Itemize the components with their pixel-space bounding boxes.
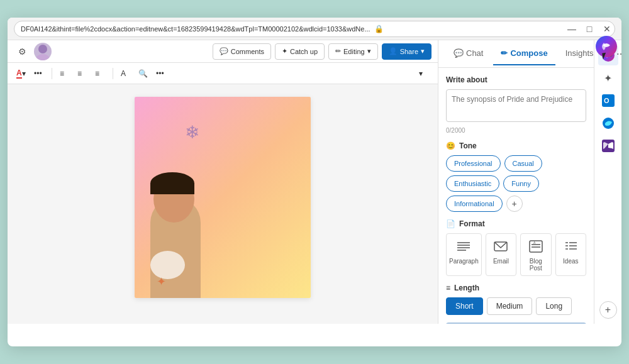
snowflake-decoration: ❄ [185,122,199,143]
tone-chips: Professional Casual Enthusiastic Funny I… [446,155,586,212]
document-page: ❄ ✦ [135,97,311,298]
char-count: 0/2000 [446,127,586,134]
format-label: 📄 Format [446,219,586,228]
tab-chat[interactable]: 💬 Chat [446,43,491,65]
chat-icon: 💬 [454,48,464,58]
blog-label: Blog Post [523,258,548,272]
avatar [34,43,52,60]
format-title: Format [459,219,485,228]
catchup-button[interactable]: ✦ Catch up [275,43,325,60]
close-button[interactable]: ✕ [600,22,614,36]
more-options-button[interactable]: ••• [153,66,169,81]
tone-add[interactable]: + [506,196,523,212]
length-icon: ≡ [446,284,450,292]
word-format-bar: A▾ ••• ≡ ≡ ≡ A 🔍 ••• ▾ [8,63,438,84]
editing-button[interactable]: ✏ Editing ▾ [328,43,378,60]
paragraph-icon [454,238,474,255]
minimize-button[interactable]: — [565,22,579,36]
address-bar[interactable]: DF0AI142&ithint=file%2cdocx&action=editn… [14,21,615,37]
format-paragraph[interactable]: Paragraph [446,233,482,276]
share-chevron-icon: ▾ [421,47,425,55]
format-grid: Paragraph Email A Blog Post [446,233,586,276]
svg-point-0 [38,45,47,53]
compose-tab-label: Compose [510,48,547,58]
icon-rail: ✦ O + [594,40,621,324]
pencil-icon: ✏ [335,47,341,55]
catchup-label: Catch up [290,48,318,55]
address-text: DF0AI142&ithint=file%2cdocx&action=editn… [21,25,370,33]
panel-content: Write about 0/2000 😊 Tone Professional C… [438,68,594,324]
expand-button[interactable]: ▾ [416,66,431,81]
numbering-button[interactable]: ≡ [75,66,90,81]
ideas-label: Ideas [563,258,578,265]
tone-informational[interactable]: Informational [446,196,503,212]
dots-decoration: ✦ [157,275,166,289]
length-long[interactable]: Long [536,297,572,315]
tab-compose[interactable]: ✏ Compose [493,43,555,65]
length-chips: Short Medium Long [446,297,586,315]
browser-window: DF0AI142&ithint=file%2cdocx&action=editn… [8,18,621,346]
indent-button[interactable]: ≡ [92,66,108,81]
format-email[interactable]: Email [486,233,516,276]
comments-icon: 💬 [220,47,228,55]
tone-label: 😊 Tone [446,141,586,150]
browser-titlebar: DF0AI142&ithint=file%2cdocx&action=editn… [8,18,621,40]
main-area: ⚙ 💬 Comments ✦ Catch up ✏ Editing ▾ [8,40,621,324]
length-medium[interactable]: Medium [487,297,533,315]
write-about-input[interactable] [446,89,586,122]
blog-icon: A [526,238,546,255]
document-image: ❄ ✦ [135,97,311,298]
svg-rect-7 [530,241,542,252]
chevron-down-icon: ▾ [367,47,371,55]
share-label: Share [400,48,418,55]
comments-label: Comments [231,48,264,55]
length-title: Length [454,284,479,292]
paragraph-label: Paragraph [449,258,479,265]
edge-rail-button[interactable] [598,113,618,133]
length-short[interactable]: Short [446,297,483,315]
tone-title: Tone [459,141,477,150]
chat-tab-label: Chat [466,48,483,58]
format-icon: 📄 [446,219,455,228]
format-divider [52,68,52,79]
list-button[interactable]: ≡ [57,66,72,81]
tone-funny[interactable]: Funny [503,175,539,192]
star-rail-button[interactable]: ✦ [598,68,618,88]
maximize-button[interactable]: □ [582,22,596,36]
rail-add-button[interactable]: + [599,301,617,319]
word-area: ⚙ 💬 Comments ✦ Catch up ✏ Editing ▾ [8,40,438,324]
share-button[interactable]: 👤 Share ▾ [382,43,431,60]
comments-button[interactable]: 💬 Comments [213,43,271,60]
format-ideas[interactable]: Ideas [555,233,586,276]
window-controls: — □ ✕ [565,22,614,36]
ideas-icon [560,238,581,255]
copilot-logo-overlay[interactable] [595,35,618,60]
font-color-button[interactable]: A▾ [14,66,29,81]
share-icon: 👤 [389,47,398,55]
svg-point-1 [36,54,50,60]
compose-icon: ✏ [501,48,508,58]
length-label: ≡ Length [446,284,586,292]
search-button[interactable]: 🔍 [136,66,151,81]
write-about-label: Write about [446,75,586,84]
outlook-rail-button[interactable]: O [598,91,618,111]
tone-enthusiastic[interactable]: Enthusiastic [446,175,499,192]
catchup-icon: ✦ [282,47,287,55]
vscode-rail-button[interactable] [598,136,618,156]
format-divider2 [113,68,113,79]
settings-icon[interactable]: ⚙ [14,43,30,60]
copilot-panel: 💬 Chat ✏ Compose Insights ↻ ⋯ ✕ [438,40,594,324]
more-format-button[interactable]: ••• [31,66,47,81]
email-icon [491,238,511,255]
tone-casual[interactable]: Casual [504,155,542,172]
insights-tab-label: Insights [565,48,594,58]
word-toolbar: ⚙ 💬 Comments ✦ Catch up ✏ Editing ▾ [8,40,438,63]
tone-icon: 😊 [446,141,455,150]
text-direction-button[interactable]: A [118,66,133,81]
editing-label: Editing [343,48,365,55]
generate-draft-button[interactable]: Generate draft [446,323,586,324]
tone-professional[interactable]: Professional [446,155,501,172]
email-label: Email [493,258,509,265]
svg-text:O: O [604,97,610,104]
format-blog[interactable]: A Blog Post [520,233,551,276]
